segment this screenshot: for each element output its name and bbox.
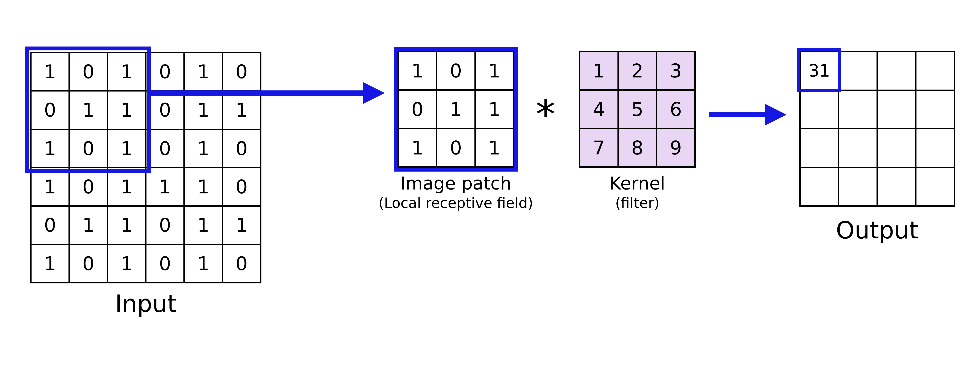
kernel-cell: 2	[617, 51, 656, 90]
input-cell: 1	[145, 167, 183, 205]
patch-cell: 1	[474, 90, 513, 128]
input-cell: 1	[183, 167, 222, 205]
output-cell	[877, 128, 915, 167]
image-patch-grid: 101011101	[398, 51, 514, 168]
input-cell: 1	[222, 205, 260, 243]
input-cell: 1	[183, 205, 222, 243]
input-cell: 0	[145, 205, 183, 243]
output-cell	[799, 90, 838, 128]
input-cell: 0	[30, 90, 68, 128]
input-cell: 1	[107, 205, 145, 243]
patch-cell: 1	[398, 51, 436, 90]
patch-cell: 1	[436, 90, 474, 128]
input-cell: 0	[68, 244, 107, 282]
output-cell	[877, 167, 915, 206]
svg-marker-1	[363, 82, 385, 104]
input-cell: 1	[30, 52, 68, 90]
output-cell	[838, 90, 877, 128]
input-cell: 0	[68, 129, 107, 167]
output-cell	[915, 128, 954, 167]
input-cell: 0	[145, 129, 183, 167]
patch-cell: 0	[436, 51, 474, 90]
input-cell: 1	[30, 129, 68, 167]
kernel-cell: 3	[656, 51, 694, 90]
input-cell: 0	[30, 205, 68, 243]
input-cell: 1	[107, 129, 145, 167]
input-cell: 1	[30, 244, 68, 282]
arrow-input-to-patch	[147, 80, 387, 106]
input-cell: 0	[222, 244, 260, 282]
input-cell: 1	[183, 244, 222, 282]
input-cell: 1	[30, 167, 68, 205]
input-label: Input	[30, 290, 261, 318]
output-cell	[915, 167, 954, 206]
kernel-label: Kernel	[579, 173, 696, 194]
output-cell	[877, 90, 915, 128]
kernel-cell: 6	[656, 90, 694, 128]
patch-cell: 0	[398, 90, 436, 128]
input-cell: 1	[68, 90, 107, 128]
input-cell: 0	[222, 167, 260, 205]
image-patch-label: Image patch	[378, 173, 534, 194]
patch-cell: 1	[398, 128, 436, 166]
image-patch-sublabel: (Local receptive field)	[367, 195, 544, 211]
kernel-cell: 7	[579, 128, 617, 166]
kernel-cell: 5	[617, 90, 656, 128]
output-cell	[799, 167, 838, 206]
output-cell	[915, 51, 954, 90]
input-cell: 1	[68, 205, 107, 243]
output-grid: 31	[799, 51, 955, 206]
patch-cell: 1	[474, 128, 513, 166]
input-cell: 1	[183, 129, 222, 167]
svg-marker-3	[765, 104, 786, 125]
output-cell: 31	[799, 51, 838, 90]
output-cell	[877, 51, 915, 90]
convolution-operator: *	[536, 95, 555, 134]
kernel-cell: 1	[579, 51, 617, 90]
input-cell: 0	[222, 129, 260, 167]
kernel-cell: 8	[617, 128, 656, 166]
kernel-sublabel: (filter)	[579, 195, 696, 211]
input-cell: 0	[68, 167, 107, 205]
output-label: Output	[799, 216, 955, 244]
patch-cell: 1	[474, 51, 513, 90]
input-cell: 1	[107, 90, 145, 128]
input-cell: 1	[107, 52, 145, 90]
input-cell: 1	[107, 167, 145, 205]
output-cell	[838, 51, 877, 90]
kernel-cell: 4	[579, 90, 617, 128]
output-cell	[799, 128, 838, 167]
patch-cell: 0	[436, 128, 474, 166]
convolution-diagram: 101010011011101010101110011011101010 Inp…	[0, 0, 980, 368]
input-cell: 0	[68, 52, 107, 90]
kernel-cell: 9	[656, 128, 694, 166]
output-cell	[838, 128, 877, 167]
output-cell	[838, 167, 877, 206]
kernel-grid: 123456789	[579, 51, 696, 168]
input-cell: 1	[107, 244, 145, 282]
output-cell	[915, 90, 954, 128]
input-cell: 0	[145, 244, 183, 282]
arrow-kernel-to-output	[709, 102, 786, 128]
